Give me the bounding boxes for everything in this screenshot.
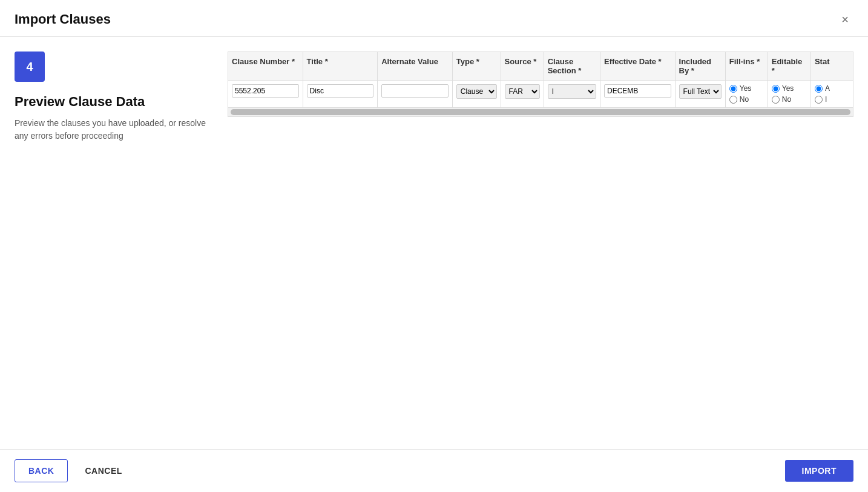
step-badge: 4 <box>15 52 45 82</box>
modal-footer: BACK CANCEL IMPORT <box>0 449 868 492</box>
input-title[interactable] <box>307 84 374 98</box>
editable-yes-label[interactable]: Yes <box>772 84 807 93</box>
col-header-clause-section: Clause Section * <box>544 52 600 81</box>
col-header-status: Stat <box>810 52 853 81</box>
col-header-effective-date: Effective Date * <box>600 52 675 81</box>
scrollbar-cell <box>228 108 853 117</box>
left-panel: 4 Preview Clause Data Preview the clause… <box>15 52 208 434</box>
clause-table: Clause Number * Title * Alternate Value … <box>228 52 853 117</box>
preview-title: Preview Clause Data <box>15 94 208 110</box>
cell-included-by: Full Text Reference <box>675 81 725 108</box>
input-effective-date[interactable] <box>604 84 671 98</box>
col-header-type: Type * <box>452 52 501 81</box>
col-header-editable: Editable * <box>768 52 810 81</box>
modal-header: Import Clauses × <box>0 0 868 37</box>
select-type[interactable]: Clause Provision Other <box>456 84 497 99</box>
editable-no-radio[interactable] <box>772 96 780 104</box>
cell-fillins: Yes No <box>725 81 768 108</box>
col-header-included-by: Included By * <box>675 52 725 81</box>
scrollbar-row <box>228 108 853 117</box>
preview-desc: Preview the clauses you have uploaded, o… <box>15 117 208 142</box>
input-alt-value[interactable] <box>381 84 449 98</box>
editable-yes-radio[interactable] <box>772 85 780 93</box>
footer-left-buttons: BACK CANCEL <box>15 459 132 482</box>
fillins-no-label[interactable]: No <box>729 95 764 104</box>
select-included-by[interactable]: Full Text Reference <box>679 84 722 99</box>
close-button[interactable]: × <box>837 11 853 28</box>
select-clause-section[interactable]: I II III <box>548 84 596 99</box>
modal-container: Import Clauses × 4 Preview Clause Data P… <box>0 0 868 492</box>
cell-clause-section: I II III <box>544 81 600 108</box>
modal-body: 4 Preview Clause Data Preview the clause… <box>0 37 868 434</box>
col-header-clause-number: Clause Number * <box>228 52 303 81</box>
fillins-no-radio[interactable] <box>729 96 737 104</box>
fillins-radio-group: Yes No <box>729 84 764 104</box>
cell-title <box>303 81 378 108</box>
editable-radio-group: Yes No <box>772 84 807 104</box>
col-header-alt-value: Alternate Value <box>378 52 453 81</box>
status-a-label[interactable]: A <box>815 84 849 93</box>
input-clause-number[interactable] <box>232 84 299 98</box>
scroll-indicator[interactable] <box>231 109 850 115</box>
modal-title: Import Clauses <box>15 12 111 27</box>
status-b-label[interactable]: I <box>815 95 849 104</box>
cell-alt-value <box>378 81 453 108</box>
cancel-button[interactable]: CANCEL <box>75 459 131 482</box>
status-a-radio[interactable] <box>815 85 823 93</box>
col-header-source: Source * <box>501 52 544 81</box>
table-header-row: Clause Number * Title * Alternate Value … <box>228 52 853 81</box>
editable-no-label[interactable]: No <box>772 95 807 104</box>
fillins-yes-label[interactable]: Yes <box>729 84 764 93</box>
back-button[interactable]: BACK <box>15 459 68 482</box>
cell-type: Clause Provision Other <box>452 81 501 108</box>
cell-source: FAR DFAR Other <box>501 81 544 108</box>
col-header-fillins: Fill-ins * <box>725 52 768 81</box>
cell-status: A I <box>810 81 853 108</box>
import-button[interactable]: IMPORT <box>785 460 853 482</box>
status-radio-group: A I <box>815 84 849 104</box>
cell-clause-number <box>228 81 303 108</box>
col-header-title: Title * <box>303 52 378 81</box>
cell-editable: Yes No <box>768 81 810 108</box>
fillins-yes-radio[interactable] <box>729 85 737 93</box>
status-b-radio[interactable] <box>815 96 823 104</box>
clause-table-container: Clause Number * Title * Alternate Value … <box>228 52 853 434</box>
table-row: Clause Provision Other FAR DFAR Other <box>228 81 853 108</box>
select-source[interactable]: FAR DFAR Other <box>505 84 540 99</box>
cell-effective-date <box>600 81 675 108</box>
